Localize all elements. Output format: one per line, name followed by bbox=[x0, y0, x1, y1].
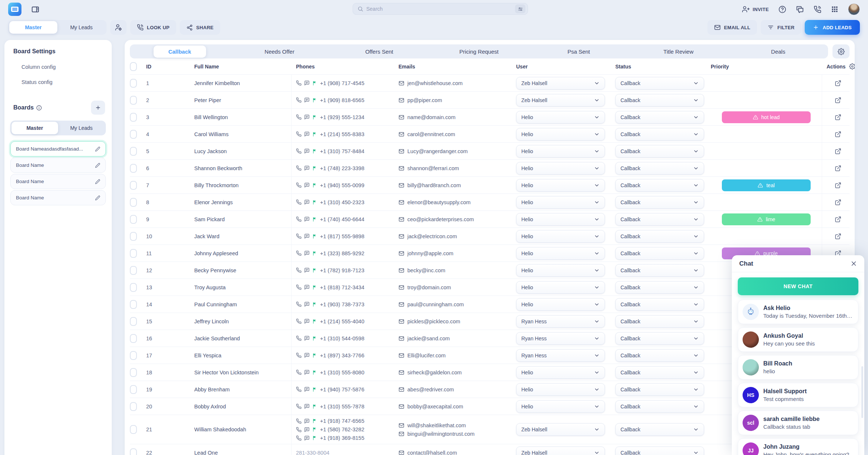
status-dropdown[interactable]: Callback bbox=[615, 128, 704, 141]
status-dropdown[interactable]: Callback bbox=[615, 332, 704, 345]
dialer-icon[interactable] bbox=[814, 6, 821, 13]
open-lead-icon[interactable] bbox=[835, 148, 841, 155]
row-checkbox[interactable] bbox=[130, 402, 137, 411]
user-dropdown[interactable]: Helio bbox=[516, 366, 605, 379]
phone-entry[interactable]: +1 (929) 555-1234 bbox=[296, 114, 364, 120]
filter-button[interactable]: FILTER bbox=[761, 20, 801, 35]
user-dropdown[interactable]: Ryan Hess bbox=[516, 315, 605, 328]
chat-scrollbar[interactable] bbox=[861, 366, 863, 418]
chat-item[interactable]: JJJohn JuzangHey John, how's everything … bbox=[738, 438, 858, 455]
phone-entry[interactable]: +1 (740) 450-6644 bbox=[296, 216, 364, 222]
user-dropdown[interactable]: Helio bbox=[516, 111, 605, 124]
add-leads-button[interactable]: ADD LEADS bbox=[805, 20, 860, 35]
email-entry[interactable]: pp@piper.com bbox=[398, 97, 442, 103]
phone-entry[interactable]: +1 (918) 747-6565 bbox=[296, 418, 364, 424]
edit-board-icon[interactable] bbox=[95, 195, 100, 200]
add-board-button[interactable] bbox=[91, 101, 105, 115]
email-entry[interactable]: jackie@sand.com bbox=[398, 336, 450, 341]
status-dropdown[interactable]: Callback bbox=[615, 145, 704, 158]
user-dropdown[interactable]: Ryan Hess bbox=[516, 332, 605, 345]
phone-entry[interactable]: +1 (903) 738-7373 bbox=[296, 301, 364, 307]
email-entry[interactable]: ceo@pickardeterprises.com bbox=[398, 216, 474, 222]
chat-item[interactable]: Ankush GoyalHey can you see this bbox=[738, 327, 858, 352]
email-entry[interactable]: bingui@wilmingtontrust.com bbox=[398, 431, 475, 437]
open-lead-icon[interactable] bbox=[835, 233, 841, 240]
phone-entry[interactable]: +1 (940) 555-0099 bbox=[296, 182, 364, 188]
open-lead-icon[interactable] bbox=[835, 199, 841, 206]
email-entry[interactable]: Lucy@rangerdanger.com bbox=[398, 148, 468, 154]
email-entry[interactable]: name@domain.com bbox=[398, 114, 455, 120]
app-logo-icon[interactable] bbox=[8, 3, 21, 16]
row-checkbox[interactable] bbox=[130, 79, 137, 88]
phone-entry[interactable]: +1 (310) 555-8080 bbox=[296, 370, 364, 375]
row-checkbox[interactable] bbox=[130, 130, 137, 139]
phone-entry[interactable]: +1 (817) 555-9898 bbox=[296, 233, 364, 239]
status-dropdown[interactable]: Callback bbox=[615, 298, 704, 311]
priority-badge[interactable]: hot lead bbox=[722, 111, 811, 123]
email-entry[interactable]: shannon@ferrari.com bbox=[398, 165, 459, 171]
phone-entry[interactable]: +1 (580) 762-3282 bbox=[296, 427, 364, 432]
email-all-button[interactable]: EMAIL ALL bbox=[707, 20, 757, 35]
status-dropdown[interactable]: Callback bbox=[615, 77, 704, 90]
status-dropdown[interactable]: Callback bbox=[615, 366, 704, 379]
email-entry[interactable]: contact@halsell.com bbox=[398, 450, 457, 455]
sidebar-item-column-config[interactable]: Column config bbox=[4, 64, 112, 70]
user-avatar[interactable] bbox=[848, 3, 860, 15]
status-dropdown[interactable]: Callback bbox=[615, 400, 704, 413]
open-lead-icon[interactable] bbox=[835, 114, 841, 121]
phone-entry[interactable]: +1 (909) 818-6565 bbox=[296, 97, 364, 103]
status-dropdown[interactable]: Callback bbox=[615, 247, 704, 260]
search-filter-icon[interactable] bbox=[515, 4, 525, 13]
phone-entry[interactable]: +1 (310) 757-8484 bbox=[296, 148, 364, 154]
phone-entry[interactable]: +1 (214) 555-4040 bbox=[296, 318, 364, 324]
board-item[interactable]: Board Name bbox=[10, 158, 106, 173]
row-checkbox[interactable] bbox=[130, 334, 137, 343]
tab-my-leads[interactable]: My Leads bbox=[57, 21, 105, 34]
assign-user-button[interactable] bbox=[110, 20, 127, 35]
priority-badge[interactable]: lime bbox=[722, 213, 811, 225]
row-checkbox[interactable] bbox=[130, 283, 137, 292]
user-dropdown[interactable]: Helio bbox=[516, 196, 605, 209]
columns-gear-icon[interactable] bbox=[849, 63, 855, 70]
status-tab-offers-sent[interactable]: Offers Sent bbox=[329, 46, 429, 58]
status-dropdown[interactable]: Callback bbox=[615, 383, 704, 396]
share-button[interactable]: SHARE bbox=[180, 20, 220, 35]
user-dropdown[interactable]: Helio bbox=[516, 128, 605, 141]
user-dropdown[interactable]: Helio bbox=[516, 383, 605, 396]
user-dropdown[interactable]: Helio bbox=[516, 298, 605, 311]
status-dropdown[interactable]: Callback bbox=[615, 94, 704, 107]
user-dropdown[interactable]: Helio bbox=[516, 264, 605, 277]
status-tab-callback[interactable]: Callback bbox=[130, 46, 230, 58]
user-dropdown[interactable]: Helio bbox=[516, 230, 605, 243]
user-dropdown[interactable]: Helio bbox=[516, 247, 605, 260]
row-checkbox[interactable] bbox=[130, 249, 137, 258]
chat-close-icon[interactable] bbox=[851, 260, 857, 267]
collapse-panel-icon[interactable] bbox=[31, 5, 40, 14]
status-tab-deals[interactable]: Deals bbox=[728, 46, 828, 58]
phone-entry[interactable]: +1 (323) 885-9292 bbox=[296, 250, 364, 256]
open-lead-icon[interactable] bbox=[835, 131, 841, 138]
user-dropdown[interactable]: Helio bbox=[516, 281, 605, 294]
open-lead-icon[interactable] bbox=[835, 165, 841, 172]
phone-entry[interactable]: +1 (310) 544-0598 bbox=[296, 336, 364, 341]
edit-board-icon[interactable] bbox=[95, 163, 100, 168]
user-dropdown[interactable]: Helio bbox=[516, 145, 605, 158]
open-lead-icon[interactable] bbox=[835, 80, 841, 87]
email-entry[interactable]: paul@cunningham.com bbox=[398, 301, 464, 307]
user-dropdown[interactable]: Zeb Halsell bbox=[516, 94, 605, 107]
phone-entry[interactable]: +1 (940) 757-5876 bbox=[296, 387, 364, 392]
email-entry[interactable]: jen@whistlehouse.com bbox=[398, 80, 462, 86]
status-tab-psa-sent[interactable]: Psa Sent bbox=[529, 46, 629, 58]
user-dropdown[interactable]: Zeb Halsell bbox=[516, 423, 605, 436]
email-entry[interactable]: elenor@beautysupply.com bbox=[398, 199, 471, 205]
status-tab-needs-offer[interactable]: Needs Offer bbox=[230, 46, 330, 58]
user-dropdown[interactable]: Ryan Hess bbox=[516, 349, 605, 362]
tab-master[interactable]: Master bbox=[9, 21, 57, 34]
board-item[interactable]: Board Nameasdasdfasfasad... bbox=[10, 141, 106, 156]
email-entry[interactable]: billy@hard8ranch.com bbox=[398, 182, 461, 188]
row-checkbox[interactable] bbox=[130, 164, 137, 173]
status-tab-title-review[interactable]: Title Review bbox=[629, 46, 729, 58]
board-tab-my-leads[interactable]: My Leads bbox=[58, 122, 105, 134]
help-icon[interactable] bbox=[778, 6, 786, 13]
apps-grid-icon[interactable] bbox=[831, 6, 838, 13]
